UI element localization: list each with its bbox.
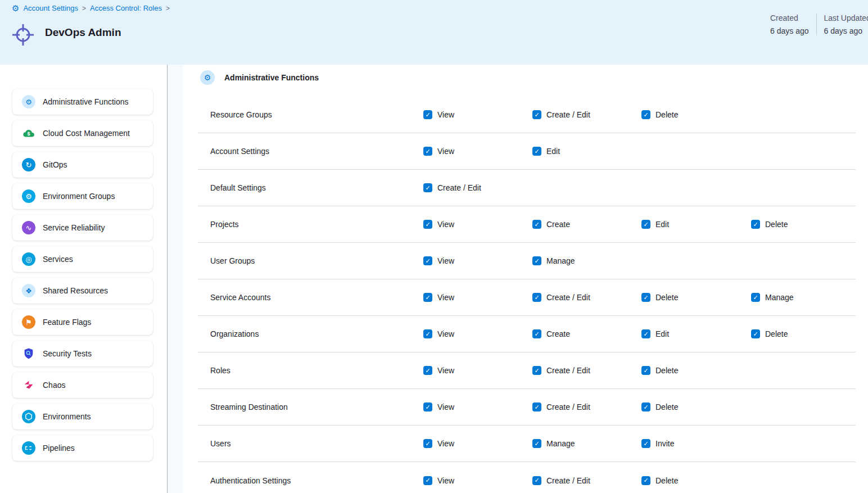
permission-label: Create / Edit	[546, 366, 590, 375]
sidebar-item-label: Pipelines	[43, 444, 75, 453]
permission-authentication-settings-delete[interactable]: ✓ Delete	[641, 476, 678, 485]
permission-projects-edit[interactable]: ✓ Edit	[641, 220, 669, 229]
permission-account-settings-view[interactable]: ✓ View	[423, 147, 454, 156]
sidebar-item-shared-resources[interactable]: ❖Shared Resources	[12, 278, 153, 304]
checkbox-checked-icon[interactable]: ✓	[423, 329, 432, 338]
checkbox-checked-icon[interactable]: ✓	[751, 329, 760, 338]
checkbox-checked-icon[interactable]: ✓	[532, 256, 541, 265]
permission-resource-groups-delete[interactable]: ✓ Delete	[641, 110, 678, 119]
permission-service-accounts-create-edit[interactable]: ✓ Create / Edit	[532, 293, 590, 302]
sidebar-item-label: Administrative Functions	[43, 97, 129, 106]
permission-service-accounts-view[interactable]: ✓ View	[423, 293, 454, 302]
sidebar-item-chaos[interactable]: Chaos	[12, 372, 153, 398]
permission-roles-view[interactable]: ✓ View	[423, 366, 454, 375]
permission-streaming-destination-view[interactable]: ✓ View	[423, 402, 454, 411]
checkbox-checked-icon[interactable]: ✓	[751, 220, 760, 229]
created-value: 6 days ago	[770, 26, 809, 35]
permission-service-accounts-delete[interactable]: ✓ Delete	[641, 293, 678, 302]
permission-resource-groups-create-edit[interactable]: ✓ Create / Edit	[532, 110, 590, 119]
permission-authentication-settings-create-edit[interactable]: ✓ Create / Edit	[532, 476, 590, 485]
checkbox-checked-icon[interactable]: ✓	[641, 110, 650, 119]
permission-organizations-edit[interactable]: ✓ Edit	[641, 329, 669, 338]
permission-label: Delete	[765, 329, 788, 338]
checkbox-checked-icon[interactable]: ✓	[423, 110, 432, 119]
permission-streaming-destination-create-edit[interactable]: ✓ Create / Edit	[532, 402, 590, 411]
permissions-panel: ⚙ Administrative Functions Resource Grou…	[198, 65, 868, 493]
checkbox-checked-icon[interactable]: ✓	[641, 329, 650, 338]
permission-roles-create-edit[interactable]: ✓ Create / Edit	[532, 366, 590, 375]
permission-projects-create[interactable]: ✓ Create	[532, 220, 570, 229]
sidebar-item-security-tests[interactable]: Security Tests	[12, 341, 153, 367]
checkbox-checked-icon[interactable]: ✓	[641, 439, 650, 448]
permission-roles-delete[interactable]: ✓ Delete	[641, 366, 678, 375]
checkbox-checked-icon[interactable]: ✓	[532, 329, 541, 338]
service-reliability-icon: ∿	[22, 221, 35, 234]
checkbox-checked-icon[interactable]: ✓	[641, 402, 650, 411]
permission-projects-view[interactable]: ✓ View	[423, 220, 454, 229]
sidebar-gutter	[168, 65, 183, 493]
checkbox-checked-icon[interactable]: ✓	[423, 293, 432, 302]
permission-label: Delete	[655, 366, 678, 375]
sidebar-item-label: Environments	[43, 412, 91, 421]
checkbox-checked-icon[interactable]: ✓	[423, 147, 432, 156]
sidebar-item-administrative-functions[interactable]: ⚙Administrative Functions	[12, 89, 153, 115]
checkbox-checked-icon[interactable]: ✓	[641, 220, 650, 229]
permission-user-groups-manage[interactable]: ✓ Manage	[532, 256, 575, 265]
checkbox-checked-icon[interactable]: ✓	[532, 220, 541, 229]
permission-users-manage[interactable]: ✓ Manage	[532, 439, 575, 448]
checkbox-checked-icon[interactable]: ✓	[532, 402, 541, 411]
checkbox-checked-icon[interactable]: ✓	[423, 220, 432, 229]
permission-resource-groups-view[interactable]: ✓ View	[423, 110, 454, 119]
checkbox-checked-icon[interactable]: ✓	[641, 476, 650, 485]
checkbox-checked-icon[interactable]: ✓	[532, 366, 541, 375]
permission-default-settings-create-edit[interactable]: ✓ Create / Edit	[423, 183, 481, 192]
checkbox-checked-icon[interactable]: ✓	[641, 293, 650, 302]
checkbox-checked-icon[interactable]: ✓	[423, 439, 432, 448]
checkbox-checked-icon[interactable]: ✓	[423, 366, 432, 375]
breadcrumb: ⚙ Account Settings > Access Control: Rol…	[12, 4, 170, 12]
permission-organizations-view[interactable]: ✓ View	[423, 329, 454, 338]
permission-label: View	[437, 402, 454, 411]
checkbox-checked-icon[interactable]: ✓	[423, 476, 432, 485]
breadcrumb-link-access-control-roles[interactable]: Access Control: Roles	[90, 4, 162, 12]
checkbox-checked-icon[interactable]: ✓	[532, 439, 541, 448]
page-title: DevOps Admin	[45, 26, 121, 39]
resource-name: Resource Groups	[210, 110, 272, 119]
checkbox-checked-icon[interactable]: ✓	[532, 147, 541, 156]
checkbox-checked-icon[interactable]: ✓	[423, 402, 432, 411]
sidebar-item-feature-flags[interactable]: ⚑Feature Flags	[12, 309, 153, 335]
permission-service-accounts-manage[interactable]: ✓ Manage	[751, 293, 794, 302]
permission-row-user-groups: User Groups ✓ View ✓ Manage	[198, 243, 856, 279]
checkbox-checked-icon[interactable]: ✓	[532, 110, 541, 119]
role-target-icon	[10, 21, 36, 49]
checkbox-checked-icon[interactable]: ✓	[423, 183, 432, 192]
checkbox-checked-icon[interactable]: ✓	[532, 293, 541, 302]
permission-account-settings-edit[interactable]: ✓ Edit	[532, 147, 560, 156]
sidebar-item-pipelines[interactable]: Pipelines	[12, 435, 153, 461]
permission-user-groups-view[interactable]: ✓ View	[423, 256, 454, 265]
sidebar-item-service-reliability[interactable]: ∿Service Reliability	[12, 215, 153, 241]
resource-name: Service Accounts	[210, 293, 270, 302]
sidebar-item-services[interactable]: ◎Services	[12, 246, 153, 272]
checkbox-checked-icon[interactable]: ✓	[641, 366, 650, 375]
sidebar-item-environments[interactable]: Environments	[12, 404, 153, 429]
permission-authentication-settings-view[interactable]: ✓ View	[423, 476, 454, 485]
sidebar-item-environment-groups[interactable]: ⚙Environment Groups	[12, 183, 153, 209]
permission-users-view[interactable]: ✓ View	[423, 439, 454, 448]
permission-streaming-destination-delete[interactable]: ✓ Delete	[641, 402, 678, 411]
created-label: Created	[770, 13, 809, 22]
permission-label: Create	[546, 329, 570, 338]
checkbox-checked-icon[interactable]: ✓	[751, 293, 760, 302]
checkbox-checked-icon[interactable]: ✓	[532, 476, 541, 485]
sidebar-item-gitops[interactable]: ↻GitOps	[12, 152, 153, 178]
pipelines-icon	[22, 441, 35, 455]
permission-users-invite[interactable]: ✓ Invite	[641, 439, 674, 448]
permission-label: View	[437, 439, 454, 448]
permission-projects-delete[interactable]: ✓ Delete	[751, 220, 788, 229]
feature-flags-icon: ⚑	[22, 315, 35, 329]
permission-organizations-delete[interactable]: ✓ Delete	[751, 329, 788, 338]
permission-organizations-create[interactable]: ✓ Create	[532, 329, 570, 338]
sidebar-item-cloud-cost-management[interactable]: $Cloud Cost Management	[12, 120, 153, 146]
checkbox-checked-icon[interactable]: ✓	[423, 256, 432, 265]
breadcrumb-link-account-settings[interactable]: Account Settings	[23, 4, 78, 12]
